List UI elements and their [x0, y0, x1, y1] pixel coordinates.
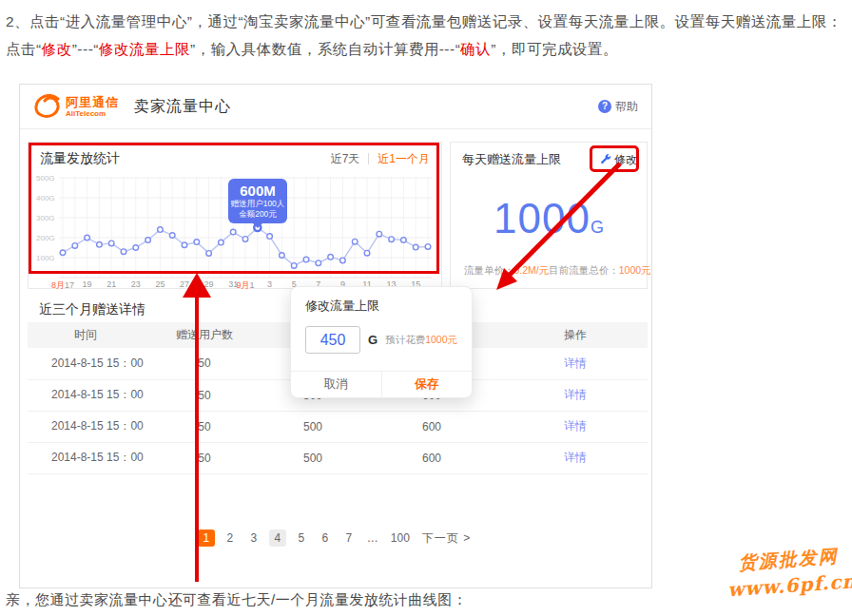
tooltip-amount: 金额200元 — [230, 209, 285, 220]
chart-point[interactable] — [413, 244, 418, 250]
table-section-title: 近三个月赠送详情 — [39, 301, 145, 318]
chart-point[interactable] — [97, 242, 103, 248]
traffic-stats-panel: 流量发放统计 近7天 近1一个月 500G400G300G200G100G 8月… — [28, 142, 442, 289]
detail-link[interactable]: 详情 — [564, 419, 587, 433]
table-cell: 详情 — [503, 411, 648, 442]
page-button[interactable]: 7 — [340, 529, 358, 547]
chart-point[interactable] — [364, 250, 370, 256]
chart-point[interactable] — [219, 240, 224, 245]
chart-point[interactable] — [108, 241, 114, 246]
chart-point[interactable] — [169, 233, 175, 239]
window-header: 阿里通信 AliTelecom 卖家流量中心 ? 帮助 — [20, 85, 651, 129]
chart-point[interactable] — [303, 257, 309, 262]
chart-point[interactable] — [85, 235, 90, 241]
wrench-icon — [600, 154, 611, 165]
chart-point[interactable] — [328, 255, 334, 260]
page-title: 卖家流量中心 — [134, 97, 231, 117]
table-cell: 50 — [144, 442, 265, 473]
chart-point[interactable] — [194, 240, 200, 245]
chart-point[interactable] — [340, 258, 346, 263]
input-unit-label: G — [368, 333, 378, 347]
page-button[interactable]: 2 — [222, 529, 239, 547]
chart-point[interactable] — [280, 253, 285, 259]
modify-button[interactable]: 修改 — [600, 152, 637, 168]
table-cell: 50 — [144, 348, 265, 379]
bottom-caption: 亲，您通过卖家流量中心还可查看近七天/一个月流量发放统计曲线图： — [6, 591, 467, 609]
help-label: 帮助 — [615, 99, 638, 115]
table-cell: 2014-8-15 15：00 — [28, 379, 144, 411]
chart-panel-title: 流量发放统计 — [40, 150, 120, 167]
chart-point[interactable] — [158, 227, 164, 233]
estimate-cost: 预计花费1000元 — [385, 334, 457, 347]
limit-input[interactable] — [305, 326, 360, 354]
table-cell: 500 — [265, 442, 360, 473]
cancel-button[interactable]: 取消 — [291, 372, 382, 397]
page-button[interactable]: 5 — [293, 529, 310, 547]
table-cell: 2014-8-15 15：00 — [28, 411, 144, 442]
page-button[interactable]: 3 — [245, 529, 262, 547]
tooltip-value: 600M — [230, 183, 285, 199]
chart-point[interactable] — [377, 231, 382, 237]
question-icon: ? — [598, 100, 611, 113]
table-row: 2014-8-15 15：0050500600详情 — [28, 411, 648, 442]
chart-point[interactable] — [60, 250, 66, 256]
y-axis-label: 500G — [36, 174, 55, 183]
y-axis-label: 100G — [36, 254, 55, 262]
instruction-segment: ”，即可完成设置。 — [491, 41, 618, 57]
chart-point[interactable] — [267, 234, 273, 240]
column-header: 赠送用户数 — [144, 322, 265, 348]
chart-point[interactable] — [389, 237, 395, 242]
chart-point[interactable] — [145, 238, 151, 243]
x-axis-label: 21 — [106, 279, 116, 289]
watermark: 货源批发网 www.6pf.cn — [725, 541, 852, 603]
tab-last-month[interactable]: 近1一个月 — [378, 151, 430, 167]
table-cell: 600 — [360, 442, 503, 473]
instruction-highlight: 修改 — [42, 41, 72, 57]
page-button[interactable]: 100 — [388, 529, 413, 547]
page-button[interactable]: 4 — [269, 529, 286, 547]
page-current[interactable]: 1 — [198, 529, 215, 547]
table-cell: 详情 — [503, 348, 648, 379]
x-axis-label: 3 — [267, 279, 272, 289]
table-cell: 500 — [265, 411, 360, 442]
save-button[interactable]: 保存 — [382, 372, 473, 397]
page-button[interactable]: 6 — [317, 529, 334, 547]
table-cell: 详情 — [503, 442, 648, 473]
instruction-segment: ”，输入具体数值，系统自动计算费用---“ — [190, 41, 460, 57]
chart-point[interactable] — [425, 244, 431, 250]
table-cell: 600 — [360, 411, 503, 442]
chart-point[interactable] — [182, 242, 187, 248]
chart-point[interactable] — [206, 251, 212, 257]
modify-limit-modal: 修改流量上限 G 预计花费1000元 取消 保存 — [290, 286, 473, 398]
instruction-segment: ”---“ — [72, 41, 99, 57]
instruction-text: 2、点击“进入流量管理中心”，通过“淘宝卖家流量中心”可查看流量包赠送记录、设置… — [6, 8, 846, 63]
table-cell: 50 — [144, 379, 265, 411]
chart-point[interactable] — [72, 243, 78, 249]
chart-point[interactable] — [352, 239, 358, 244]
total-price: 目前流量总价：1000元 — [549, 264, 650, 278]
chart-point[interactable] — [230, 229, 236, 235]
detail-link[interactable]: 详情 — [564, 451, 587, 464]
chart-point[interactable] — [291, 263, 297, 269]
unit-price: 流量单价：0.2M/元 — [464, 264, 549, 278]
x-axis-label: 25 — [155, 279, 165, 289]
help-button[interactable]: ? 帮助 — [598, 99, 638, 115]
chart-point[interactable] — [401, 238, 407, 243]
x-axis-label: 8月17 — [51, 279, 74, 292]
chart-point[interactable] — [316, 260, 321, 266]
chart-point[interactable] — [133, 245, 139, 251]
table-cell: 50 — [144, 411, 265, 442]
next-page-button[interactable]: 下一页 > — [419, 529, 474, 547]
y-axis-label: 200G — [36, 234, 55, 242]
chart-point[interactable] — [242, 237, 248, 242]
alitelecom-logo-icon — [33, 94, 62, 119]
table-cell: 2014-8-15 15：00 — [28, 348, 144, 379]
tooltip-users: 赠送用户100人 — [230, 199, 285, 209]
tab-last-7-days[interactable]: 近7天 — [331, 151, 360, 167]
tab-divider — [368, 153, 369, 164]
detail-link[interactable]: 详情 — [564, 356, 587, 370]
x-axis-label: 19 — [83, 279, 92, 289]
x-axis-label: 27 — [180, 279, 189, 289]
chart-point[interactable] — [121, 249, 126, 255]
detail-link[interactable]: 详情 — [564, 388, 587, 401]
